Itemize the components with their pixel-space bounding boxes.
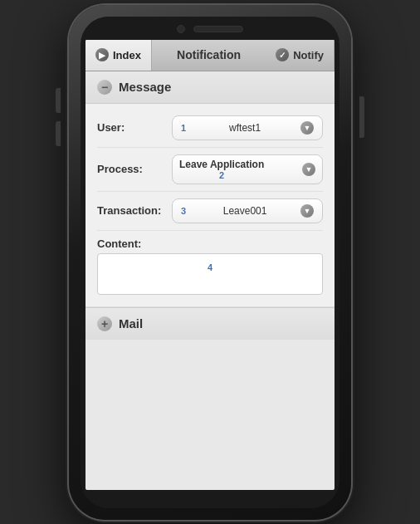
content-textarea-wrapper: 4	[97, 253, 323, 301]
phone-frame: ▶ Index Notification ✓ Notify − Message	[69, 5, 351, 520]
content-label-row: Content:	[97, 231, 323, 253]
transaction-select[interactable]: 3 Leave001 ▼	[172, 198, 323, 223]
tab-notification[interactable]: Notification	[152, 40, 266, 71]
process-select[interactable]: Leave Application 2 ▼	[172, 154, 323, 184]
process-num: 2	[219, 170, 224, 180]
process-text-block: Leave Application 2	[179, 159, 264, 180]
content-num: 4	[103, 259, 317, 272]
phone-top-bar	[81, 17, 339, 40]
transaction-num: 3	[181, 206, 186, 216]
message-section-title: Message	[119, 80, 171, 94]
tab-bar: ▶ Index Notification ✓ Notify	[85, 40, 335, 71]
message-section-header[interactable]: − Message	[85, 71, 335, 104]
transaction-label: Transaction:	[97, 204, 172, 217]
transaction-chevron-icon: ▼	[300, 204, 314, 218]
user-value: wftest1	[229, 122, 261, 134]
user-label: User:	[97, 121, 172, 134]
notify-icon: ✓	[276, 48, 289, 61]
form-content: User: 1 wftest1 ▼ Process: Leave Applica…	[85, 104, 335, 307]
volume-up-button[interactable]	[56, 88, 61, 113]
content-textarea[interactable]: 4	[97, 253, 323, 295]
user-row: User: 1 wftest1 ▼	[97, 109, 323, 148]
process-chevron-icon: ▼	[302, 163, 315, 176]
camera-icon	[177, 25, 185, 33]
mail-section-header[interactable]: + Mail	[85, 307, 335, 340]
process-row: Process: Leave Application 2 ▼	[97, 148, 323, 192]
index-icon: ▶	[95, 48, 109, 61]
tab-notify[interactable]: ✓ Notify	[266, 40, 335, 71]
speaker-icon	[193, 26, 243, 32]
tab-notify-label: Notify	[293, 49, 324, 61]
expand-icon: +	[97, 316, 112, 331]
user-num: 1	[181, 123, 186, 133]
content-label: Content:	[97, 238, 172, 250]
transaction-value: Leave001	[223, 205, 267, 217]
power-button[interactable]	[359, 96, 364, 138]
volume-down-button[interactable]	[56, 121, 61, 146]
tab-index-label: Index	[113, 49, 141, 61]
collapse-icon: −	[97, 80, 112, 95]
app-screen: ▶ Index Notification ✓ Notify − Message	[85, 40, 335, 490]
user-chevron-icon: ▼	[300, 121, 314, 135]
tab-index[interactable]: ▶ Index	[85, 40, 152, 71]
process-value: Leave Application	[179, 159, 264, 170]
phone-screen: ▶ Index Notification ✓ Notify − Message	[81, 17, 339, 508]
tab-notification-label: Notification	[177, 48, 241, 61]
transaction-row: Transaction: 3 Leave001 ▼	[97, 192, 323, 231]
process-label: Process:	[97, 163, 172, 175]
user-select[interactable]: 1 wftest1 ▼	[172, 115, 323, 140]
mail-section-title: Mail	[119, 316, 143, 331]
